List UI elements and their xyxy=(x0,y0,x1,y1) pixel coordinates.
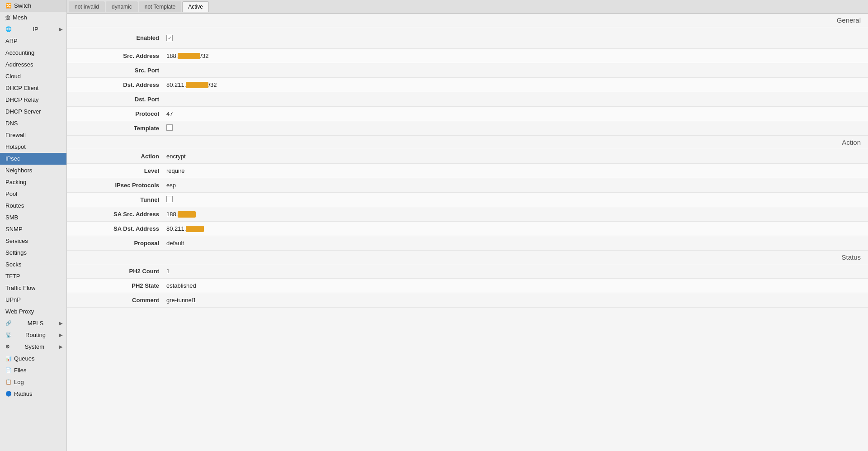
sidebar-item-label: Firewall xyxy=(5,132,26,138)
sidebar-item-label: ARP xyxy=(5,38,18,44)
sidebar-item-switch[interactable]: 🔀Switch xyxy=(0,0,66,12)
field-label: Dst. Port xyxy=(67,96,166,103)
field-label: Level xyxy=(67,167,166,174)
field-value: 47 xyxy=(166,110,868,117)
sidebar-item-label: SNMP xyxy=(5,226,23,233)
sidebar-item-tftp[interactable]: TFTP xyxy=(0,271,66,282)
sidebar-item-accounting[interactable]: Accounting xyxy=(0,47,66,59)
sidebar-item-routes[interactable]: Routes xyxy=(0,200,66,212)
sidebar-icon: 📋 xyxy=(5,379,12,385)
sidebar-item-cloud[interactable]: Cloud xyxy=(0,71,66,82)
sidebar-icon: 📄 xyxy=(5,367,12,373)
form-row-sa-src-address: SA Src. Address188. xyxy=(67,207,868,222)
sidebar-item-packing[interactable]: Packing xyxy=(0,176,66,188)
sidebar-item-files[interactable]: 📄Files xyxy=(0,365,66,376)
field-value: esp xyxy=(166,182,868,189)
sidebar-item-socks[interactable]: Socks xyxy=(0,259,66,271)
field-value xyxy=(166,196,868,204)
section-header-general: General xyxy=(67,14,868,27)
sidebar-icon: 🌐 xyxy=(5,26,12,32)
sidebar-item-system[interactable]: ⚙System▶ xyxy=(0,341,66,353)
section-title-action: Action xyxy=(842,138,861,146)
field-value: default xyxy=(166,240,868,247)
sidebar-item-settings[interactable]: Settings xyxy=(0,247,66,259)
sidebar-item-label: Accounting xyxy=(5,49,34,56)
field-label: Src. Port xyxy=(67,67,166,74)
sidebar-item-label: Routing xyxy=(25,332,46,338)
sidebar-item-label: IP xyxy=(33,26,38,33)
sidebar-item-dhcp-client[interactable]: DHCP Client xyxy=(0,82,66,94)
form-row-dst-port: Dst. Port xyxy=(67,92,868,107)
tab-active[interactable]: Active xyxy=(182,1,209,12)
chevron-right-icon: ▶ xyxy=(59,321,63,326)
sidebar-item-label: Neighbors xyxy=(5,167,32,174)
form-row-comment: Commentgre-tunnel1 xyxy=(67,293,868,308)
sidebar-item-label: Web Proxy xyxy=(5,308,34,315)
sidebar-item-label: UPnP xyxy=(5,296,21,303)
sidebar-item-label: Cloud xyxy=(5,73,21,80)
sidebar-item-dhcp-server[interactable]: DHCP Server xyxy=(0,106,66,118)
form-row-ipsec-protocols: IPsec Protocolsesp xyxy=(67,178,868,193)
sidebar-icon: 🔀 xyxy=(5,3,12,9)
tab-not-template[interactable]: not Template xyxy=(139,1,182,12)
sidebar-item-mesh[interactable]: 🕸Mesh xyxy=(0,12,66,24)
sidebar-item-label: DHCP Client xyxy=(5,85,38,91)
sidebar-item-neighbors[interactable]: Neighbors xyxy=(0,165,66,176)
sidebar-item-queues[interactable]: 📊Queues xyxy=(0,353,66,365)
sidebar-icon: 📊 xyxy=(5,356,12,361)
sidebar-item-dhcp-relay[interactable]: DHCP Relay xyxy=(0,94,66,106)
sidebar-item-snmp[interactable]: SNMP xyxy=(0,223,66,235)
sidebar-item-pool[interactable]: Pool xyxy=(0,188,66,200)
sidebar-item-label: DNS xyxy=(5,120,18,127)
section-title-status: Status xyxy=(841,253,861,261)
sidebar-item-label: Radius xyxy=(14,390,32,397)
sidebar-item-arp[interactable]: ARP xyxy=(0,35,66,47)
sidebar-item-routing[interactable]: 📡Routing▶ xyxy=(0,329,66,341)
form-row-sa-dst-address: SA Dst. Address80.211. xyxy=(67,222,868,236)
sidebar-item-label: Files xyxy=(14,367,26,374)
sidebar-item-label: SMB xyxy=(5,214,18,221)
checkbox-unchecked xyxy=(166,124,173,131)
field-label: Template xyxy=(67,125,166,132)
section-action: ActionActionencryptLevelrequireIPsec Pro… xyxy=(67,136,868,251)
sidebar-item-upnp[interactable]: UPnP xyxy=(0,294,66,306)
section-general: GeneralEnabled✓Src. Address188./32Src. P… xyxy=(67,14,868,136)
field-value: 188./32 xyxy=(166,52,868,60)
field-label: IPsec Protocols xyxy=(67,182,166,189)
main-panel: not invaliddynamicnot TemplateActive Gen… xyxy=(67,0,868,451)
field-label: Enabled xyxy=(67,34,166,41)
form-row-level: Levelrequire xyxy=(67,164,868,178)
sidebar-item-dns[interactable]: DNS xyxy=(0,118,66,129)
form-row-tunnel: Tunnel xyxy=(67,193,868,207)
form-row-enabled: Enabled✓ xyxy=(67,27,868,49)
sidebar-item-ip[interactable]: 🌐IP▶ xyxy=(0,24,66,35)
sidebar-item-log[interactable]: 📋Log xyxy=(0,376,66,388)
field-value: 80.211. xyxy=(166,225,868,233)
sidebar-item-addresses[interactable]: Addresses xyxy=(0,59,66,71)
field-value: require xyxy=(166,167,868,174)
sidebar-item-mpls[interactable]: 🔗MPLS▶ xyxy=(0,318,66,329)
sidebar-item-hotspot[interactable]: Hotspot xyxy=(0,141,66,153)
tab-not-invalid[interactable]: not invalid xyxy=(69,1,105,12)
sidebar-item-label: Traffic Flow xyxy=(5,285,35,291)
sidebar-item-traffic-flow[interactable]: Traffic Flow xyxy=(0,282,66,294)
sidebar-item-web-proxy[interactable]: Web Proxy xyxy=(0,306,66,318)
sidebar-item-services[interactable]: Services xyxy=(0,235,66,247)
checkbox-unchecked xyxy=(166,196,173,202)
field-label: Comment xyxy=(67,297,166,304)
field-label: Src. Address xyxy=(67,52,166,59)
sidebar-item-label: Log xyxy=(14,379,24,385)
chevron-right-icon: ▶ xyxy=(59,27,63,32)
field-value: 1 xyxy=(166,268,868,275)
section-header-action: Action xyxy=(67,136,868,149)
sidebar-item-ipsec[interactable]: IPsec xyxy=(0,153,66,165)
sidebar-item-firewall[interactable]: Firewall xyxy=(0,129,66,141)
tab-dynamic[interactable]: dynamic xyxy=(106,1,138,12)
sidebar-item-smb[interactable]: SMB xyxy=(0,212,66,223)
sidebar-item-label: MPLS xyxy=(28,320,43,327)
sidebar-item-radius[interactable]: 🔵Radius xyxy=(0,388,66,400)
field-label: SA Dst. Address xyxy=(67,225,166,232)
tab-bar: not invaliddynamicnot TemplateActive xyxy=(67,0,868,14)
sidebar-icon: ⚙ xyxy=(5,344,10,350)
field-label: Action xyxy=(67,153,166,160)
